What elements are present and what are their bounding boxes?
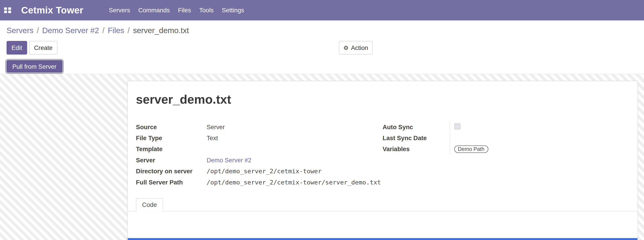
breadcrumb-link-files[interactable]: Files: [108, 26, 124, 35]
auto-sync-checkbox[interactable]: [454, 123, 460, 129]
edit-button[interactable]: Edit: [6, 41, 27, 54]
right-field-group: Auto Sync Last Sync Date Variables Demo …: [382, 121, 629, 188]
app-window: Cetmix Tower Servers Commands Files Tool…: [0, 0, 644, 240]
apps-menu-icon-square: [8, 7, 11, 10]
tab-content: [128, 211, 637, 238]
breadcrumb-link-servers[interactable]: Servers: [6, 26, 34, 35]
source-value: Server: [207, 121, 382, 132]
action-menu-button[interactable]: ⚙ Action: [339, 41, 373, 54]
directory-value: /opt/demo_server_2/cetmix-tower: [207, 165, 382, 176]
menu-item-tools[interactable]: Tools: [195, 0, 218, 21]
directory-label: Directory on server: [136, 165, 207, 176]
last-sync-date-label: Last Sync Date: [382, 132, 450, 143]
field-groups: Source Server File Type Text Template: [136, 121, 629, 188]
breadcrumb-separator: /: [128, 26, 130, 35]
left-field-group: Source Server File Type Text Template: [136, 121, 382, 188]
source-label: Source: [136, 121, 207, 132]
breadcrumb-link-demo-server[interactable]: Demo Server #2: [42, 26, 99, 35]
field-row-variables: Variables Demo Path: [382, 143, 629, 154]
file-type-label: File Type: [136, 132, 207, 143]
control-panel-buttons: Edit Create ⚙ Action: [0, 41, 644, 59]
field-row-template: Template: [136, 143, 382, 154]
template-value: [207, 143, 382, 154]
field-row-full-path: Full Server Path /opt/demo_server_2/cetm…: [136, 177, 382, 188]
variables-label: Variables: [382, 143, 450, 154]
field-row-auto-sync: Auto Sync: [382, 121, 629, 132]
code-editor-area[interactable]: [128, 238, 637, 240]
breadcrumb-separator: /: [37, 26, 39, 35]
file-type-value: Text: [207, 132, 382, 143]
breadcrumb-separator: /: [102, 26, 104, 35]
create-button[interactable]: Create: [29, 41, 58, 54]
full-path-label: Full Server Path: [136, 177, 207, 188]
top-navbar: Cetmix Tower Servers Commands Files Tool…: [0, 0, 644, 21]
auto-sync-label: Auto Sync: [382, 121, 450, 132]
gear-icon: ⚙: [343, 45, 348, 51]
form-sheet: server_demo.txt Source Server File Type …: [127, 81, 638, 240]
form-statusbar: Pull from Server: [0, 59, 644, 74]
variable-tag: Demo Path: [454, 145, 488, 153]
action-menu-label: Action: [351, 44, 368, 51]
brand-title[interactable]: Cetmix Tower: [21, 5, 83, 16]
breadcrumb-current: server_demo.txt: [133, 26, 189, 35]
field-row-directory: Directory on server /opt/demo_server_2/c…: [136, 165, 382, 176]
record-title: server_demo.txt: [136, 93, 629, 107]
menu-item-servers[interactable]: Servers: [105, 0, 134, 21]
full-path-value: /opt/demo_server_2/cetmix-tower/server_d…: [207, 177, 382, 188]
menu-item-files[interactable]: Files: [174, 0, 195, 21]
field-row-file-type: File Type Text: [136, 132, 382, 143]
apps-menu-icon-square: [4, 11, 7, 13]
breadcrumb: Servers / Demo Server #2 / Files / serve…: [0, 21, 644, 41]
form-background: server_demo.txt Source Server File Type …: [0, 74, 644, 240]
tab-code[interactable]: Code: [136, 198, 163, 212]
notebook-tabs: Code: [128, 198, 637, 212]
main-menu: Servers Commands Files Tools Settings: [105, 0, 248, 21]
field-row-source: Source Server: [136, 121, 382, 132]
server-link[interactable]: Demo Server #2: [207, 156, 252, 163]
field-row-last-sync: Last Sync Date: [382, 132, 629, 143]
apps-menu-icon[interactable]: [4, 7, 11, 13]
last-sync-date-value: [450, 132, 629, 143]
menu-item-commands[interactable]: Commands: [134, 0, 174, 21]
field-row-server: Server Demo Server #2: [136, 154, 382, 165]
template-label: Template: [136, 143, 207, 154]
apps-menu-icon-square: [8, 11, 11, 13]
pull-from-server-button[interactable]: Pull from Server: [6, 60, 62, 73]
apps-menu-icon-square: [4, 7, 7, 10]
menu-item-settings[interactable]: Settings: [218, 0, 248, 21]
server-label: Server: [136, 154, 207, 165]
